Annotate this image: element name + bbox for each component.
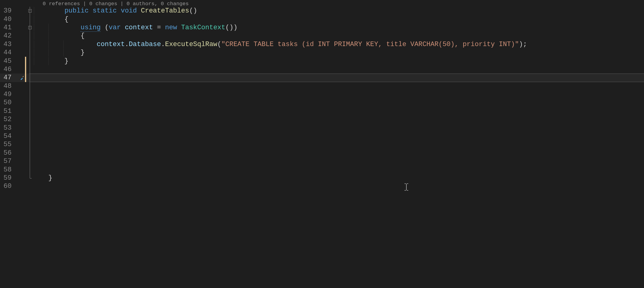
code-token [121,24,125,31]
code-line[interactable]: 45 } [0,57,644,65]
fold-guide [27,99,32,107]
line-number: 59 [0,174,19,182]
indent-guide [48,49,49,56]
modification-indicator [25,74,27,82]
modification-indicator [25,157,27,165]
code-line[interactable]: 56 [0,149,644,157]
line-number: 51 [0,107,19,115]
line-number: 60 [0,182,19,190]
code-token: Database [129,41,161,48]
code-line[interactable]: 50 [0,99,644,107]
code-token: "CREATE TABLE tasks (id INT PRIMARY KEY,… [221,41,519,48]
code-editor[interactable]: 0 references | 0 changes | 0 authors, 0 … [0,0,644,288]
code-token: () [189,7,197,15]
fold-guide [27,182,32,190]
fold-guide [27,132,32,140]
modification-indicator [25,165,27,174]
code-token: ()) [225,24,238,31]
code-line[interactable]: 43 context.Database.ExecuteSqlRaw("CREAT… [0,40,644,49]
modification-indicator [25,40,27,49]
code-content[interactable]: context.Database.ExecuteSqlRaw("CREATE T… [32,41,644,48]
code-token: void [121,7,137,15]
code-token: public [65,7,89,15]
fold-guide [27,32,32,40]
fold-guide [27,90,32,99]
line-number: 40 [0,16,19,23]
code-line[interactable]: 46 [0,65,644,74]
code-content[interactable]: } [32,57,644,65]
icon-slot [19,7,25,15]
code-line[interactable]: 53 [0,124,644,132]
code-content[interactable]: } [32,174,644,182]
modification-indicator [25,124,27,132]
fold-guide [27,40,32,49]
code-line[interactable]: 42 { [0,32,644,40]
icon-slot [19,115,25,124]
fold-toggle-icon[interactable]: − [27,23,32,32]
fold-guide [27,174,32,182]
code-line[interactable]: 39− public static void CreateTables() [0,7,644,15]
indent-guide [34,16,34,23]
modification-indicator [25,149,27,157]
codelens-text[interactable]: 0 references | 0 changes | 0 authors, 0 … [43,1,189,7]
code-line[interactable]: 57 [0,157,644,165]
code-token: static [93,7,117,15]
code-line[interactable]: 51 [0,107,644,115]
code-token: ( [217,41,221,48]
modification-indicator [25,65,27,74]
fold-guide [27,124,32,132]
icon-slot [19,90,25,99]
lightbulb-action-icon[interactable] [19,74,25,82]
modification-indicator [25,49,27,57]
modification-indicator [25,140,27,149]
icon-slot [19,149,25,157]
code-line[interactable]: 52 [0,115,644,124]
code-token: context [97,41,125,48]
icon-slot [19,107,25,115]
code-content[interactable]: using (var context = new TaskContext()) [32,24,644,31]
code-line[interactable]: 41− using (var context = new TaskContext… [0,23,644,32]
fold-guide [27,82,32,90]
code-token [32,41,97,48]
line-number: 42 [0,32,19,40]
code-content[interactable]: { [32,16,644,23]
line-number: 45 [0,57,19,65]
modification-indicator [25,132,27,140]
code-content[interactable]: { [32,32,644,40]
code-token [137,7,141,15]
code-line[interactable]: 59 } [0,174,644,182]
icon-slot [19,132,25,140]
code-token: TaskContext [181,24,225,31]
line-number: 49 [0,91,19,98]
fold-guide [27,140,32,149]
fold-guide [27,107,32,115]
modification-indicator [25,174,27,182]
fold-toggle-icon[interactable]: − [27,7,32,15]
fold-guide [27,74,32,82]
modification-indicator [25,107,27,115]
code-line[interactable]: 58 [0,165,644,174]
code-content[interactable]: public static void CreateTables() [32,7,644,15]
code-token: CreateTables [141,7,189,15]
code-line[interactable]: 47 [0,74,644,82]
code-token [177,24,181,31]
code-line[interactable]: 55 [0,140,644,149]
code-token: new [165,24,177,31]
code-token [117,7,121,15]
code-line[interactable]: 40 { [0,15,644,23]
icon-slot [19,65,25,74]
code-line[interactable]: 48 [0,82,644,90]
code-content[interactable]: } [32,49,644,56]
fold-guide [27,15,32,23]
code-token: { [32,16,69,23]
indent-guide [63,41,64,48]
icon-slot [19,99,25,107]
icon-slot [19,15,25,23]
fold-guide [27,65,32,74]
code-line[interactable]: 54 [0,132,644,140]
code-line[interactable]: 44 } [0,49,644,57]
code-line[interactable]: 60 [0,182,644,190]
indent-guide [34,32,34,40]
line-number: 43 [0,41,19,48]
code-line[interactable]: 49 [0,90,644,99]
